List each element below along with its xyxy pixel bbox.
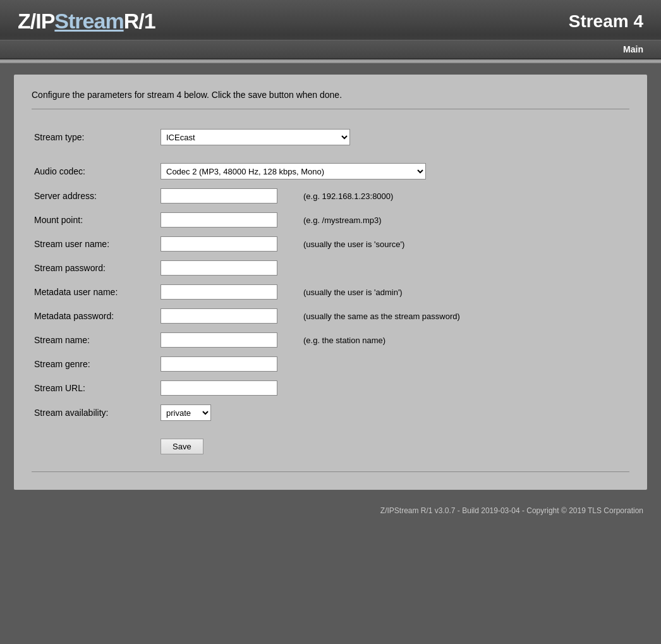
server-address-label: Server address: [32,184,158,208]
server-address-hint: (e.g. 192.168.1.23:8000) [297,184,629,208]
stream-genre-row: Stream genre: [32,352,629,376]
description-text: Configure the parameters for stream 4 be… [32,90,629,100]
stream-type-select[interactable]: ICEcast SHOUTcast [161,129,350,145]
save-label-empty [32,425,158,459]
server-address-row: Server address: (e.g. 192.168.1.23:8000) [32,184,629,208]
metadata-password-input-cell [158,304,297,328]
logo-stream: Stream [54,9,123,33]
metadata-user-name-row: Metadata user name: (usually the user is… [32,280,629,304]
nav-main-link[interactable]: Main [623,44,643,54]
mount-point-row: Mount point: (e.g. /mystream.mp3) [32,208,629,232]
stream-password-row: Stream password: [32,256,629,280]
stream-availability-label: Stream availability: [32,400,158,425]
metadata-password-label: Metadata password: [32,304,158,328]
save-button-cell: Save [158,425,297,459]
stream-password-label: Stream password: [32,256,158,280]
stream-name-input[interactable] [161,332,277,348]
server-address-input-cell [158,184,297,208]
metadata-user-name-input-cell [158,280,297,304]
stream-genre-input[interactable] [161,356,277,372]
bottom-divider [32,471,629,472]
metadata-user-name-input[interactable] [161,284,277,300]
stream-password-hint [297,256,629,280]
header-nav: Main [0,40,661,58]
save-button-row: Save [32,425,629,459]
stream-user-name-label: Stream user name: [32,232,158,256]
stream-name-hint: (e.g. the station name) [297,328,629,352]
metadata-password-input[interactable] [161,308,277,324]
stream-url-row: Stream URL: [32,376,629,400]
mount-point-hint: (e.g. /mystream.mp3) [297,208,629,232]
separator-bar [0,59,661,63]
stream-url-label: Stream URL: [32,376,158,400]
form-table: Stream type: ICEcast SHOUTcast Audio cod… [32,125,629,459]
stream-genre-label: Stream genre: [32,352,158,376]
footer: Z/IPStream R/1 v3.0.7 - Build 2019-03-04… [0,501,661,521]
stream-availability-row: Stream availability: private public [32,400,629,425]
save-button[interactable]: Save [161,439,203,454]
mount-point-label: Mount point: [32,208,158,232]
main-content: Configure the parameters for stream 4 be… [14,75,647,490]
stream-name-label: Stream name: [32,328,158,352]
stream-url-input[interactable] [161,380,277,396]
stream-user-name-hint: (usually the user is 'source') [297,232,629,256]
audio-codec-label: Audio codec: [32,159,158,184]
stream-availability-hint [297,400,629,425]
audio-codec-row: Audio codec: Codec 2 (MP3, 48000 Hz, 128… [32,159,629,184]
stream-type-row: Stream type: ICEcast SHOUTcast [32,125,629,150]
logo: Z/IP Stream R/1 [18,9,155,33]
audio-codec-select[interactable]: Codec 2 (MP3, 48000 Hz, 128 kbps, Mono) … [161,163,426,179]
stream-genre-hint [297,352,629,376]
audio-codec-cell: Codec 2 (MP3, 48000 Hz, 128 kbps, Mono) … [158,159,629,184]
footer-text: Z/IPStream R/1 v3.0.7 - Build 2019-03-04… [380,506,643,515]
stream-user-name-input-cell [158,232,297,256]
stream-url-input-cell [158,376,297,400]
stream-name-input-cell [158,328,297,352]
header-top: Z/IP Stream R/1 Stream 4 [0,0,661,40]
mount-point-input-cell [158,208,297,232]
stream-url-hint [297,376,629,400]
metadata-password-hint: (usually the same as the stream password… [297,304,629,328]
stream-user-name-input[interactable] [161,236,277,252]
mount-point-input[interactable] [161,212,277,228]
page-title: Stream 4 [569,11,643,32]
metadata-user-name-hint: (usually the user is 'admin') [297,280,629,304]
stream-password-input[interactable] [161,260,277,276]
stream-name-row: Stream name: (e.g. the station name) [32,328,629,352]
stream-type-label: Stream type: [32,125,158,150]
metadata-user-name-label: Metadata user name: [32,280,158,304]
header: Z/IP Stream R/1 Stream 4 Main [0,0,661,59]
spacer-1 [32,150,629,159]
top-divider [32,109,629,109]
stream-user-name-row: Stream user name: (usually the user is '… [32,232,629,256]
metadata-password-row: Metadata password: (usually the same as … [32,304,629,328]
server-address-input[interactable] [161,188,277,204]
logo-zip: Z/IP [18,9,54,33]
logo-r1: R/1 [124,9,155,33]
stream-availability-select[interactable]: private public [161,404,211,421]
stream-type-cell: ICEcast SHOUTcast [158,125,629,150]
stream-password-input-cell [158,256,297,280]
stream-genre-input-cell [158,352,297,376]
stream-availability-select-cell: private public [158,400,297,425]
